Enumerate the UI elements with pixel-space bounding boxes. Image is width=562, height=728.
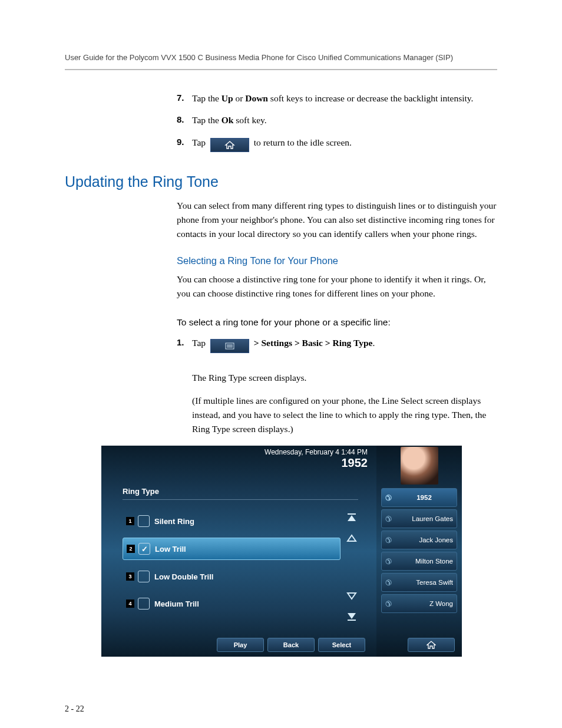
scroll-top-icon[interactable]	[344, 510, 359, 526]
phone-icon: ✆	[385, 557, 392, 566]
contact-name: Milton Stone	[395, 558, 453, 565]
step-list: 7. Tap the Up or Down soft keys to incre…	[177, 91, 497, 152]
contact-button[interactable]: ✆Milton Stone	[381, 552, 457, 571]
procedure-steps: 1. Tap > Settings > Basic > Ring Type.	[177, 336, 497, 353]
softkey-back[interactable]: Back	[267, 638, 315, 652]
ring-option[interactable]: 2✓Low Trill	[123, 538, 340, 560]
contact-name: Z Wong	[395, 600, 453, 607]
proc-note-1: The Ring Type screen displays.	[192, 371, 497, 385]
scroll-bottom-icon[interactable]	[344, 608, 359, 624]
softkey-play[interactable]: Play	[217, 638, 264, 652]
contact-button[interactable]: ✆Z Wong	[381, 594, 457, 613]
ring-option-label: Low Double Trill	[154, 572, 213, 581]
ring-option-checkbox[interactable]: ✓	[138, 543, 150, 555]
ring-option-checkbox[interactable]	[138, 515, 150, 527]
scroll-controls	[344, 510, 359, 624]
ring-option-label: Low Trill	[155, 545, 186, 554]
ring-option-number: 3	[126, 572, 134, 581]
scroll-down-icon[interactable]	[344, 588, 359, 604]
phone-icon: ✆	[385, 493, 392, 502]
contact-button[interactable]: ✆Teresa Swift	[381, 573, 457, 592]
step-8: 8. Tap the Ok soft key.	[177, 113, 497, 127]
step-9: 9. Tap to return to the idle screen.	[177, 136, 497, 152]
ring-type-title: Ring Type	[123, 487, 358, 500]
contact-name: Lauren Gates	[395, 515, 453, 522]
subsection-heading: Selecting a Ring Tone for Your Phone	[177, 255, 497, 266]
ring-option-number: 2	[127, 545, 135, 553]
ring-option-label: Silent Ring	[154, 517, 194, 526]
contact-sidebar: ✆1952✆Lauren Gates✆Jack Jones✆Milton Sto…	[376, 446, 462, 657]
section-intro: You can select from many different ring …	[177, 199, 497, 241]
status-date: Wednesday, February 4 1:44 PM	[265, 448, 368, 456]
proc-note-2: (If multiple lines are configured on you…	[192, 394, 497, 436]
phone-icon: ✆	[385, 515, 392, 523]
scroll-up-icon[interactable]	[344, 531, 359, 546]
ring-type-list: 1Silent Ring2✓Low Trill3Low Double Trill…	[123, 510, 340, 620]
softkey-select[interactable]: Select	[318, 638, 365, 652]
doc-header: User Guide for the Polycom VVX 1500 C Bu…	[65, 53, 497, 70]
phone-icon: ✆	[385, 536, 392, 545]
contact-button[interactable]: ✆Jack Jones	[381, 531, 457, 549]
ring-option-label: Medium Trill	[154, 599, 199, 608]
page-number: 2 - 22	[65, 704, 84, 714]
contact-name: Jack Jones	[395, 536, 453, 543]
contact-name: Teresa Swift	[395, 579, 453, 586]
step-7: 7. Tap the Up or Down soft keys to incre…	[177, 91, 497, 105]
ring-option[interactable]: 4Medium Trill	[123, 593, 340, 614]
procedure-heading: To select a ring tone for your phone or …	[177, 317, 497, 328]
contact-avatar	[401, 447, 438, 485]
phone-icon: ✆	[385, 578, 392, 587]
section-heading: Updating the Ring Tone	[65, 173, 497, 190]
home-softkey[interactable]	[408, 638, 455, 652]
proc-step-1: 1. Tap > Settings > Basic > Ring Type.	[177, 336, 497, 353]
contact-button[interactable]: ✆Lauren Gates	[381, 509, 457, 528]
menu-icon-button	[210, 339, 249, 353]
ring-option-checkbox[interactable]	[138, 571, 150, 582]
ring-option[interactable]: 3Low Double Trill	[123, 566, 340, 587]
ring-option-number: 1	[126, 517, 134, 525]
subsection-para: You can choose a distinctive ring tone f…	[177, 272, 497, 301]
status-extension: 1952	[265, 456, 368, 470]
phone-screenshot: Wednesday, February 4 1:44 PM 1952 Ring …	[101, 446, 462, 657]
ring-option[interactable]: 1Silent Ring	[123, 510, 340, 532]
phone-icon: ✆	[385, 599, 392, 608]
status-bar: Wednesday, February 4 1:44 PM 1952	[265, 448, 368, 470]
ring-option-checkbox[interactable]	[138, 598, 150, 610]
home-icon-button	[210, 138, 249, 152]
ring-option-number: 4	[126, 599, 134, 608]
extension-badge[interactable]: ✆1952	[381, 488, 457, 507]
